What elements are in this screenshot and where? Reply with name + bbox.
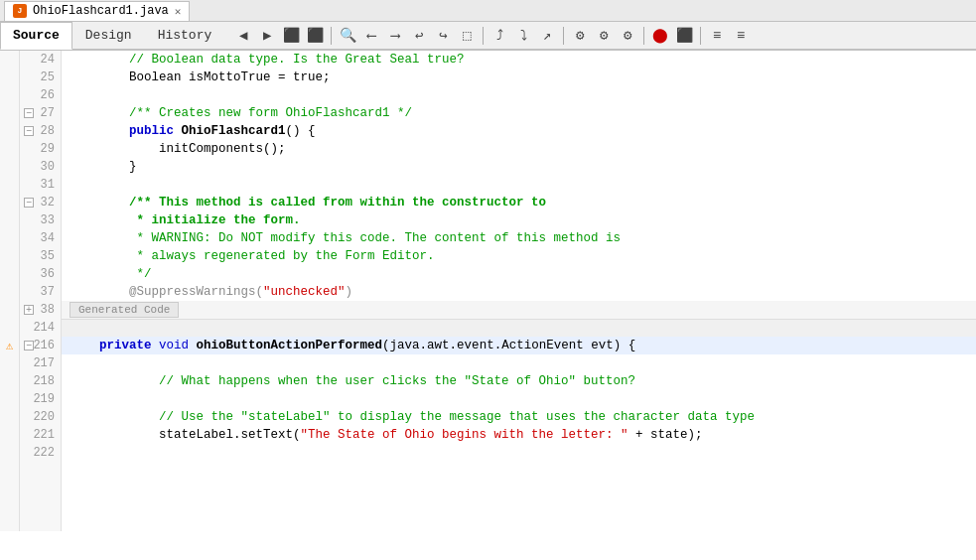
sep5 bbox=[700, 27, 701, 45]
tab-source[interactable]: Source bbox=[0, 22, 72, 50]
gutter-row bbox=[0, 194, 19, 211]
code-line: /** Creates new form OhioFlashcard1 */ bbox=[62, 104, 976, 122]
sep1 bbox=[331, 27, 332, 45]
code-line: public OhioFlashcard1() { bbox=[62, 122, 976, 140]
toolbar-btn11[interactable]: ⤴ bbox=[488, 25, 510, 47]
fold-plus-icon[interactable]: + bbox=[24, 305, 34, 315]
gutter-row: ⚠ bbox=[0, 337, 19, 354]
line-number-row: 34 bbox=[20, 229, 61, 247]
tab-filename: OhioFlashcard1.java bbox=[33, 4, 169, 18]
toolbar-next-btn[interactable]: ⟶ bbox=[384, 25, 406, 47]
line-number-row: 36 bbox=[20, 265, 61, 283]
fold-minus-icon[interactable]: − bbox=[24, 126, 34, 136]
line-number-row: 25 bbox=[20, 69, 61, 86]
code-line: Boolean isMottoTrue = true; bbox=[62, 69, 976, 86]
code-line: private void ohioButtonActionPerformed(j… bbox=[62, 337, 976, 354]
toolbar-prev-btn[interactable]: ⟵ bbox=[360, 25, 382, 47]
line-number-row: −27 bbox=[20, 104, 61, 122]
toolbar-search-btn[interactable]: 🔍 bbox=[337, 25, 358, 47]
line-numbers: 242526−27−28293031−323334353637+38214−21… bbox=[20, 51, 62, 531]
left-panel: ⚠ 242526−27−28293031−323334353637+38214−… bbox=[0, 51, 62, 531]
gutter-row bbox=[0, 211, 19, 229]
fold-minus-icon[interactable]: − bbox=[24, 108, 34, 118]
gutter-row bbox=[0, 265, 19, 283]
warning-icon: ⚠ bbox=[6, 339, 13, 353]
code-line: @SuppressWarnings("unchecked") bbox=[62, 283, 976, 301]
line-number-row: 222 bbox=[20, 444, 61, 462]
toolbar-list-btn[interactable]: ≡ bbox=[706, 25, 728, 47]
gutter-row bbox=[0, 301, 19, 319]
tab-history[interactable]: History bbox=[145, 22, 225, 50]
code-line: stateLabel.setText("The State of Ohio be… bbox=[62, 426, 976, 444]
gutter-row bbox=[0, 104, 19, 122]
sep2 bbox=[483, 27, 484, 45]
line-number-row: 24 bbox=[20, 51, 61, 69]
gutter-row bbox=[0, 408, 19, 426]
code-line bbox=[62, 86, 976, 104]
toolbar-btn3[interactable]: ⬛ bbox=[280, 25, 302, 47]
code-line bbox=[62, 176, 976, 194]
fold-minus-icon[interactable]: − bbox=[24, 341, 34, 350]
tab-close-button[interactable]: ✕ bbox=[175, 5, 182, 18]
line-number-row: 35 bbox=[20, 247, 61, 265]
line-number-row: 219 bbox=[20, 390, 61, 408]
line-number-row: +38 bbox=[20, 301, 61, 319]
code-line: */ bbox=[62, 265, 976, 283]
toolbar-btn16[interactable]: ⬛ bbox=[673, 25, 695, 47]
file-tab[interactable]: J OhioFlashcard1.java ✕ bbox=[4, 1, 190, 21]
gutter-row bbox=[0, 122, 19, 140]
gutter-row bbox=[0, 426, 19, 444]
toolbar-btn12[interactable]: ⤵ bbox=[512, 25, 534, 47]
title-bar: J OhioFlashcard1.java ✕ bbox=[0, 0, 976, 22]
line-number-row: 31 bbox=[20, 176, 61, 194]
gutter-row bbox=[0, 86, 19, 104]
toolbar-list2-btn[interactable]: ≡ bbox=[730, 25, 752, 47]
gutter-row bbox=[0, 390, 19, 408]
toolbar-settings-btn[interactable]: ⚙ bbox=[569, 25, 591, 47]
code-content[interactable]: // Boolean data type. Is the Great Seal … bbox=[62, 51, 976, 531]
toolbar-redo-btn[interactable]: ↪ bbox=[432, 25, 454, 47]
gutter-row bbox=[0, 283, 19, 301]
gutter-row bbox=[0, 229, 19, 247]
toolbar-back-btn[interactable]: ◀ bbox=[232, 25, 254, 47]
toolbar-forward-btn[interactable]: ▶ bbox=[256, 25, 278, 47]
code-line: } bbox=[62, 158, 976, 176]
line-number-row: 29 bbox=[20, 140, 61, 158]
gutter-row bbox=[0, 158, 19, 176]
line-number-row: 37 bbox=[20, 283, 61, 301]
line-number-row: −28 bbox=[20, 122, 61, 140]
toolbar-undo-btn[interactable]: ↩ bbox=[408, 25, 430, 47]
gutter-row bbox=[0, 176, 19, 194]
line-number-row: 220 bbox=[20, 408, 61, 426]
gutter-row bbox=[0, 319, 19, 337]
line-number-row: 33 bbox=[20, 211, 61, 229]
generated-code-label: Generated Code bbox=[70, 302, 179, 318]
code-line bbox=[62, 444, 976, 462]
code-line: * initialize the form. bbox=[62, 211, 976, 229]
code-line bbox=[62, 354, 976, 372]
sep3 bbox=[563, 27, 564, 45]
gutter-row bbox=[0, 140, 19, 158]
code-line bbox=[62, 390, 976, 408]
java-file-icon: J bbox=[13, 4, 27, 18]
toolbar-area: Source Design History ◀ ▶ ⬛ ⬛ 🔍 ⟵ ⟶ ↩ ↪ … bbox=[0, 22, 976, 51]
code-line: * always regenerated by the Form Editor. bbox=[62, 247, 976, 265]
line-number-row: −216 bbox=[20, 337, 61, 354]
toolbar-settings3-btn[interactable]: ⚙ bbox=[617, 25, 638, 47]
toolbar-stop-btn[interactable]: ⬤ bbox=[649, 25, 671, 47]
line-number-row: 30 bbox=[20, 158, 61, 176]
toolbar-btn4[interactable]: ⬛ bbox=[304, 25, 326, 47]
sep4 bbox=[643, 27, 644, 45]
gutter-row bbox=[0, 247, 19, 265]
toolbar-btn13[interactable]: ↗ bbox=[536, 25, 558, 47]
toolbar-settings2-btn[interactable]: ⚙ bbox=[593, 25, 615, 47]
gutter-row bbox=[0, 51, 19, 69]
toolbar-btn10[interactable]: ⬚ bbox=[456, 25, 478, 47]
gutter-row bbox=[0, 444, 19, 462]
code-line: * WARNING: Do NOT modify this code. The … bbox=[62, 229, 976, 247]
fold-minus-icon[interactable]: − bbox=[24, 198, 34, 208]
tab-design[interactable]: Design bbox=[72, 22, 145, 50]
code-line-separator bbox=[62, 319, 976, 337]
gutter-area: ⚠ bbox=[0, 51, 20, 531]
code-line: // Use the "stateLabel" to display the m… bbox=[62, 408, 976, 426]
